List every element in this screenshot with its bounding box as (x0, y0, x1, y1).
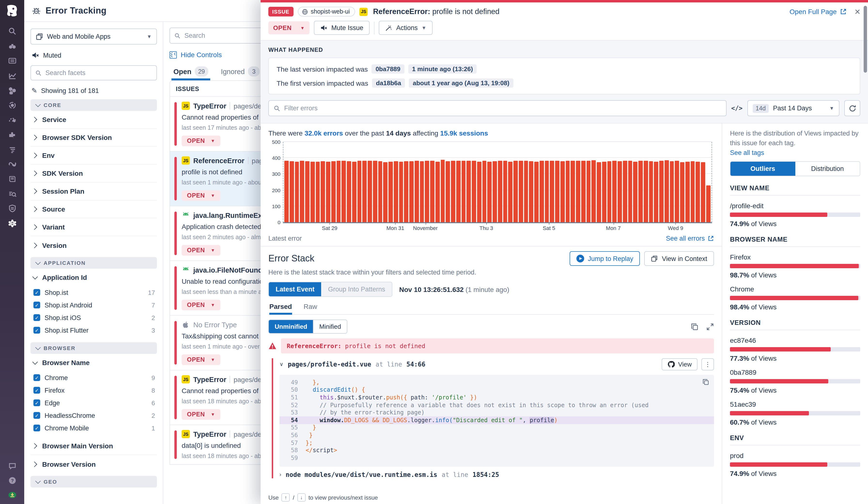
facet-search-input[interactable] (45, 69, 152, 76)
install-icon[interactable] (8, 491, 16, 499)
tab-open[interactable]: Open 29 (173, 66, 208, 80)
facet-browser-main-version[interactable]: Browser Main Version (31, 437, 157, 455)
checkbox-checked-icon[interactable]: ✓ (33, 387, 40, 393)
filter-errors-input[interactable] (284, 105, 721, 112)
facet-group-application[interactable]: APPLICATION (31, 257, 157, 269)
facet-session-plan[interactable]: Session Plan (31, 182, 157, 200)
stack-frame-header[interactable]: ∨ pages/profile-edit.vue at line 54:66 V… (279, 358, 714, 370)
facet-option-headlesschrome[interactable]: ✓HeadlessChrome2 (31, 409, 157, 422)
facet-variant[interactable]: Variant (31, 218, 157, 236)
issue-status-dropdown[interactable]: OPEN▼ (182, 190, 220, 201)
collapsed-stack-frame[interactable]: › node modules/vue/dist/vue.runtime.esm.… (279, 471, 714, 478)
facet-option-shopist[interactable]: ✓Shop.ist17 (31, 286, 157, 299)
tag-item[interactable]: prod 74.9% of Views (730, 452, 860, 477)
checkbox-checked-icon[interactable]: ✓ (33, 302, 40, 308)
tag-item[interactable]: Firefox 98.7% of Views (730, 253, 860, 279)
outliers-tab[interactable]: Outliers (731, 162, 795, 176)
tab-ignored[interactable]: Ignored 3 (221, 66, 260, 80)
query-syntax-toggle[interactable]: </> (731, 105, 743, 112)
last-version-time[interactable]: 1 minute ago (13:26) (408, 64, 477, 74)
security-shield-icon[interactable] (8, 204, 16, 212)
facet-browser-name[interactable]: Browser Name (31, 354, 157, 371)
metrics-icon[interactable] (8, 71, 16, 80)
checkbox-checked-icon[interactable]: ✓ (33, 412, 40, 419)
tag-item[interactable]: 0ba7889 75.4% of Views (730, 368, 860, 394)
facet-option-shopist-android[interactable]: ✓Shop.ist Android7 (31, 299, 157, 311)
refresh-button[interactable] (844, 100, 860, 116)
rum-gauge-icon[interactable] (8, 116, 16, 124)
dashboards-icon[interactable] (8, 57, 16, 65)
checkbox-checked-icon[interactable]: ✓ (33, 424, 40, 431)
errors-count-link[interactable]: 32.0k errors (304, 129, 343, 137)
open-full-page-link[interactable]: Open Full Page (789, 8, 847, 15)
watchdog-icon[interactable] (8, 42, 16, 50)
error-tracking-nav-icon[interactable] (8, 219, 16, 227)
checkbox-checked-icon[interactable]: ✓ (33, 289, 40, 296)
last-version-tag[interactable]: 0ba7889 (372, 64, 404, 74)
facet-group-core[interactable]: CORE (31, 99, 157, 111)
facet-option-shopist-flutter[interactable]: ✓Shop.ist Flutter3 (31, 324, 157, 336)
pencil-icon[interactable]: ✎ (31, 87, 37, 94)
ci-link-icon[interactable] (8, 160, 16, 168)
latest-event-button[interactable]: Latest Event (269, 282, 321, 296)
search-icon[interactable] (8, 27, 16, 35)
infrastructure-icon[interactable] (8, 86, 16, 94)
tag-item[interactable]: 51aec39 60.7% of Views (730, 400, 860, 426)
tag-item[interactable]: ec87e46 77.3% of Views (730, 336, 860, 362)
log-explorer-icon[interactable] (8, 190, 16, 198)
mute-issue-button[interactable]: Mute Issue (314, 21, 370, 35)
sessions-count-link[interactable]: 15.9k sessions (440, 129, 488, 137)
facet-application-id[interactable]: Application Id (31, 269, 157, 286)
tag-item[interactable]: /profile-edit 74.9% of Views (730, 202, 860, 228)
tag-item[interactable]: Chrome 98.4% of Views (730, 285, 860, 311)
help-icon[interactable]: ? (8, 476, 16, 485)
expand-icon[interactable] (706, 323, 714, 330)
logs-icon[interactable] (8, 145, 16, 154)
tab-parsed[interactable]: Parsed (269, 303, 292, 314)
facet-source[interactable]: Source (31, 200, 157, 218)
issue-status-select[interactable]: OPEN ▼ (268, 21, 310, 34)
facet-service[interactable]: Service (31, 111, 157, 129)
issue-status-dropdown[interactable]: OPEN▼ (182, 354, 220, 365)
see-all-errors-link[interactable]: See all errors (666, 235, 714, 242)
jump-to-replay-button[interactable]: Jump to Replay (569, 251, 640, 266)
facet-browser-sdk-version[interactable]: Browser SDK Version (31, 129, 157, 147)
notebooks-icon[interactable] (8, 175, 16, 183)
unminified-button[interactable]: Unminified (269, 320, 313, 333)
issue-status-dropdown[interactable]: OPEN▼ (182, 300, 220, 310)
checkbox-checked-icon[interactable]: ✓ (33, 399, 40, 406)
facet-group-geo[interactable]: GEO (31, 476, 157, 487)
facet-option-firefox[interactable]: ✓Firefox8 (31, 384, 157, 397)
distribution-tab[interactable]: Distribution (795, 162, 860, 176)
tab-raw[interactable]: Raw (303, 303, 317, 314)
facet-option-edge[interactable]: ✓Edge6 (31, 397, 157, 409)
datadog-logo-icon[interactable] (5, 4, 19, 18)
facet-option-chrome[interactable]: ✓Chrome9 (31, 371, 157, 384)
facet-option-chrome-mobile[interactable]: ✓Chrome Mobile1 (31, 422, 157, 434)
facet-sdk-version[interactable]: SDK Version (31, 165, 157, 182)
facet-option-shopist-ios[interactable]: ✓Shop.ist iOS2 (31, 311, 157, 324)
see-all-tags-link[interactable]: See all tags (730, 149, 860, 156)
checkbox-checked-icon[interactable]: ✓ (33, 374, 40, 381)
group-into-patterns-button[interactable]: Group Into Patterns (321, 282, 392, 296)
arrow-up-key[interactable]: ↑ (282, 493, 290, 502)
view-in-context-button[interactable]: View in Context (644, 251, 714, 266)
issue-status-dropdown[interactable]: OPEN▼ (182, 136, 220, 146)
apm-icon[interactable] (8, 101, 16, 109)
github-view-button[interactable]: View (662, 358, 698, 370)
copy-icon[interactable] (691, 323, 699, 330)
scope-selector[interactable]: Web and Mobile Apps ▼ (31, 29, 157, 44)
facet-env[interactable]: Env (31, 147, 157, 165)
facet-browser-version[interactable]: Browser Version (31, 455, 157, 473)
facet-version[interactable]: Version (31, 236, 157, 254)
checkbox-checked-icon[interactable]: ✓ (33, 314, 40, 321)
time-range-select[interactable]: 14d Past 14 Days ▼ (747, 100, 839, 116)
minified-button[interactable]: Minified (313, 320, 347, 333)
issue-status-dropdown[interactable]: OPEN▼ (182, 245, 220, 256)
kebab-menu-icon[interactable]: ⋮ (701, 358, 714, 370)
copy-icon[interactable] (702, 379, 709, 385)
service-pill[interactable]: shopist-web-ui (298, 7, 355, 17)
first-version-time[interactable]: about 1 year ago (Aug 13, 19:08) (409, 78, 513, 88)
first-version-tag[interactable]: da18b6a (372, 78, 405, 88)
integrations-icon[interactable] (8, 130, 16, 139)
